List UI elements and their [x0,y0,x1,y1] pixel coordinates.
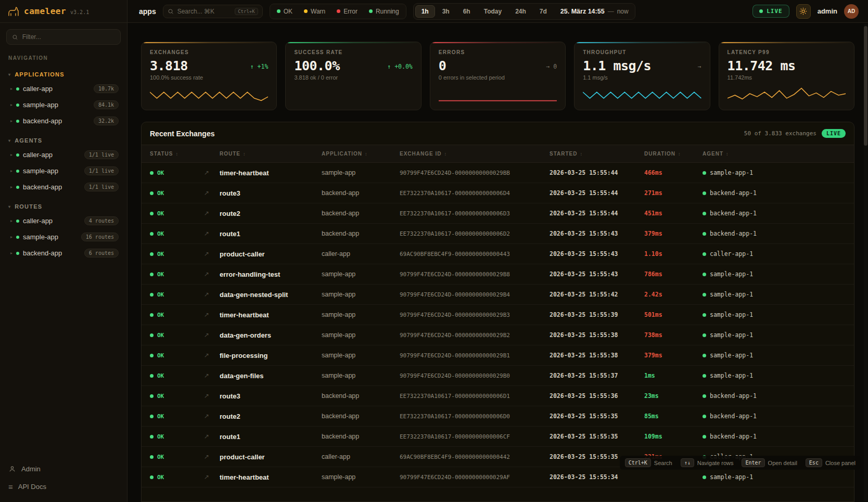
open-exchange-icon[interactable]: ↗ [204,189,220,197]
filter-chip-error[interactable]: Error [331,6,363,17]
sidebar-section-applications[interactable]: ▾ APPLICATIONS [0,68,127,81]
filter-chip-running[interactable]: Running [364,6,404,17]
sidebar-item-caller-app[interactable]: ▸ caller-app 10.7k [0,81,127,97]
table-row[interactable]: OK ↗ timer-heartbeat sample-app 90799F47… [142,305,854,325]
open-exchange-icon[interactable]: ↗ [204,169,220,176]
stat-subtext: 100.0% success rate [150,74,268,81]
open-exchange-icon[interactable]: ↗ [204,413,220,420]
table-row[interactable]: OK ↗ timer-heartbeat sample-app 90799F47… [142,467,854,487]
table-row[interactable]: OK ↗ route1 backend-app EE7322370A10617-… [142,427,854,447]
open-exchange-icon[interactable]: ↗ [204,250,220,258]
open-exchange-icon[interactable]: ↗ [204,473,220,481]
sidebar-item-sample-app[interactable]: ▸ sample-app 16 routes [0,229,127,245]
range-today[interactable]: Today [478,5,508,18]
scrollbar[interactable] [864,24,867,501]
column-header-status[interactable]: STATUS ↕ [150,151,204,157]
range-label: 7d [540,8,547,15]
range-1h[interactable]: 1h [415,5,435,18]
now-label[interactable]: now [617,8,629,15]
table-row[interactable]: OK ↗ timer-heartbeat sample-app 90799F47… [142,163,854,183]
open-exchange-icon[interactable]: ↗ [204,210,220,217]
agent-cell: sample-app-1 [703,372,846,379]
sort-icon: ↕ [678,151,681,157]
open-exchange-icon[interactable]: ↗ [204,372,220,379]
open-exchange-icon[interactable]: ↗ [204,230,220,237]
exchange-id-cell: 90799F47E6CD24D-00000000000029B3 [400,312,550,318]
agent-status-dot [703,212,706,215]
open-exchange-icon[interactable]: ↗ [204,311,220,318]
search-input[interactable] [177,8,231,15]
column-header-exchange-id[interactable]: EXCHANGE ID ↕ [400,151,550,157]
sidebar-item-backend-app[interactable]: ▸ backend-app 32.2k [0,113,127,129]
card-accent-bar [719,42,854,43]
avatar[interactable]: AD [844,4,859,19]
filter-input[interactable] [22,33,115,41]
sidebar-item-backend-app[interactable]: ▸ backend-app 6 routes [0,245,127,261]
open-exchange-icon[interactable]: ↗ [204,331,220,339]
table-row[interactable]: OK ↗ file-processing sample-app 90799F47… [142,345,854,366]
route-cell: timer-heartbeat [220,473,322,481]
table-row[interactable]: OK ↗ route3 backend-app EE7322370A10617-… [142,386,854,406]
sidebar-item-sample-app[interactable]: ▸ sample-app 1/1 live [0,163,127,179]
status-label: OK [157,230,164,237]
status-cell: OK [150,230,204,237]
table-row[interactable]: OK ↗ error-handling-test sample-app 9079… [142,264,854,285]
sidebar-item-backend-app[interactable]: ▸ backend-app 1/1 live [0,179,127,195]
sidebar-item-admin[interactable]: Admin [0,460,127,478]
sidebar-section-routes[interactable]: ▾ ROUTES [0,200,127,213]
started-cell: 2026-03-25 15:55:44 [550,189,644,197]
open-exchange-icon[interactable]: ↗ [204,271,220,278]
open-exchange-icon[interactable]: ↗ [204,291,220,298]
ok-status-dot [150,394,154,398]
table-row[interactable]: OK ↗ route3 backend-app EE7322370A10617-… [142,183,854,203]
range-7d[interactable]: 7d [533,5,553,18]
sidebar-item-badge: 6 routes [84,249,119,258]
sidebar-item-sample-app[interactable]: ▸ sample-app 84.1k [0,97,127,113]
status-dot [16,220,19,223]
range-3h[interactable]: 3h [436,5,456,18]
table-header-row: STATUS ↕ ROUTE ↕ APPLICATION ↕ EXCHANGE … [142,145,854,163]
stats-row: EXCHANGES 3.818 ↑ +1% 100.0% success rat… [141,42,854,110]
column-header-route[interactable]: ROUTE ↕ [220,151,322,157]
filter-chip-warn[interactable]: Warn [299,6,330,17]
status-label: OK [157,312,164,318]
stat-main: 100.0% ↑ +0.0% [294,58,412,73]
sort-icon: ↕ [444,151,447,157]
route-cell: route3 [220,189,322,197]
open-exchange-icon[interactable]: ↗ [204,352,220,359]
sidebar-item-caller-app[interactable]: ▸ caller-app 1/1 live [0,147,127,163]
chevron-right-icon: ▸ [10,251,12,255]
sidebar-item-caller-app[interactable]: ▸ caller-app 4 routes [0,213,127,229]
stat-value: 1.1 msg/s [583,58,651,73]
column-header-duration[interactable]: DURATION ↕ [644,151,703,157]
duration-cell: 379ms [644,352,703,359]
table-body: OK ↗ timer-heartbeat sample-app 90799F47… [142,163,854,501]
live-toggle[interactable]: LIVE [752,5,789,18]
sidebar-item-api-docs[interactable]: ≡ API Docs [0,478,127,496]
table-row[interactable]: OK ↗ data-gen-nested-split sample-app 90… [142,285,854,305]
open-exchange-icon[interactable]: ↗ [204,453,220,460]
filter-chip-ok[interactable]: OK [272,6,298,17]
exchange-id-cell: 90799F47E6CD24D-00000000000029B0 [400,372,550,379]
ok-status-dot [150,475,154,479]
range-6h[interactable]: 6h [457,5,477,18]
open-exchange-icon[interactable]: ↗ [204,392,220,400]
column-header-started[interactable]: STARTED ↕ [550,151,644,157]
column-header-agent[interactable]: AGENT ↕ [703,151,846,157]
theme-toggle-button[interactable] [796,4,811,19]
status-cell: OK [150,413,204,420]
open-exchange-icon[interactable]: ↗ [204,433,220,440]
chevron-right-icon: ▸ [10,119,12,123]
table-row[interactable]: OK ↗ route1 backend-app EE7322370A10617-… [142,224,854,244]
table-row[interactable]: OK ↗ data-gen-files sample-app 90799F47E… [142,366,854,386]
scrollbar-thumb[interactable] [864,26,867,146]
table-row[interactable]: OK ↗ data-gen-orders sample-app 90799F47… [142,325,854,345]
table-row[interactable]: OK ↗ route2 backend-app EE7322370A10617-… [142,406,854,427]
chevron-down-icon: ▾ [8,138,11,143]
column-header-application[interactable]: APPLICATION ↕ [322,151,400,157]
range-24h[interactable]: 24h [509,5,532,18]
status-label: OK [157,393,164,400]
table-row[interactable]: OK ↗ route2 backend-app EE7322370A10617-… [142,203,854,224]
sidebar-section-agents[interactable]: ▾ AGENTS [0,134,127,147]
table-row[interactable]: OK ↗ product-caller caller-app 69AC90BF8… [142,244,854,264]
